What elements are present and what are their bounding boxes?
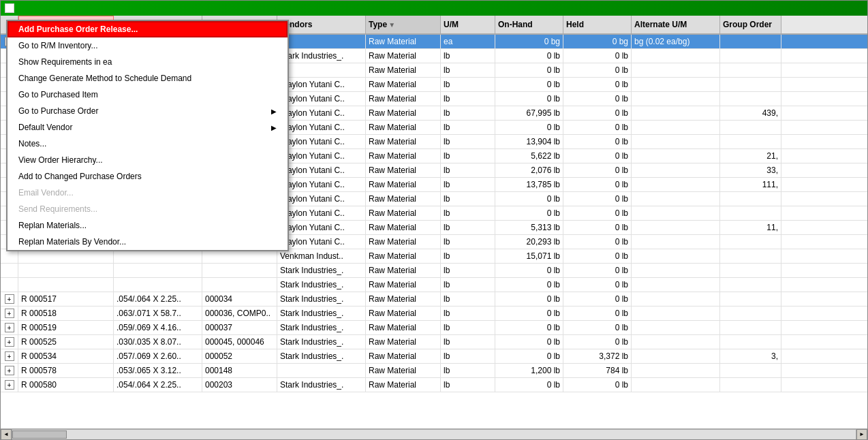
- cell-held: 0 lb: [563, 307, 632, 320]
- cell-vendors: Stark Industries_.: [277, 349, 366, 363]
- menu-item-2[interactable]: Show Requirements in ea: [7, 54, 288, 70]
- col-on-hand: On-Hand: [495, 16, 563, 33]
- menu-item-4[interactable]: Go to Purchased Item: [7, 87, 288, 103]
- menu-item-13[interactable]: Replan Materials By Vendor...: [7, 234, 288, 250]
- scroll-right-btn[interactable]: ►: [856, 429, 867, 440]
- menu-item-9[interactable]: Add to Changed Purchase Orders: [7, 168, 288, 185]
- cell-um: lb: [441, 63, 495, 77]
- col-alt-um: Alternate U/M: [632, 16, 720, 33]
- menu-item-3[interactable]: Change Generate Method to Schedule Deman…: [7, 70, 288, 87]
- menu-item-5[interactable]: Go to Purchase Order▶: [7, 103, 288, 119]
- cell-type: Raw Material: [366, 135, 441, 148]
- cell-expand[interactable]: +: [1, 378, 18, 392]
- expand-button[interactable]: +: [5, 380, 14, 390]
- cell-on_hand: 0 lb: [495, 92, 563, 106]
- h-scrollbar[interactable]: [12, 429, 856, 440]
- cell-expand[interactable]: +: [1, 364, 18, 377]
- cell-on_hand: 0 lb: [495, 307, 563, 320]
- cell-alt_um: [632, 206, 720, 220]
- table-row[interactable]: +R 000517.054/.064 X 2.25..000034Stark I…: [1, 292, 867, 307]
- table-row[interactable]: Stark Industries_.Raw Materiallb0 lb0 lb: [1, 278, 867, 292]
- cell-um: lb: [441, 321, 495, 334]
- cell-on_hand: 1,200 lb: [495, 364, 563, 377]
- cell-expand[interactable]: [1, 278, 18, 292]
- cell-um: lb: [441, 92, 495, 106]
- cell-expand[interactable]: +: [1, 321, 18, 334]
- cell-vendors: Stark Industries_.: [277, 378, 366, 392]
- table-row[interactable]: Stark Industries_.Raw Materiallb0 lb0 lb: [1, 264, 867, 278]
- table-row[interactable]: Venkman Indust..Raw Materiallb15,071 lb0…: [1, 249, 867, 264]
- submenu-arrow-icon: ▶: [271, 124, 277, 131]
- cell-expand[interactable]: +: [1, 335, 18, 349]
- table-row[interactable]: +R 000518.063/.071 X 58.7..000036, COMP0…: [1, 307, 867, 321]
- cell-held: 784 lb: [563, 364, 632, 377]
- cell-um: ea: [441, 35, 495, 48]
- col-held: Held: [563, 16, 632, 33]
- cell-held: 0 lb: [563, 321, 632, 334]
- cell-alt_um: [632, 178, 720, 191]
- cell-group_order: [720, 264, 781, 277]
- cell-vendors: Waylon Yutani C..: [277, 149, 366, 163]
- cell-expand[interactable]: +: [1, 292, 18, 306]
- menu-item-0[interactable]: Add Purchase Order Release...: [7, 21, 288, 37]
- table-row[interactable]: +R 000519.059/.069 X 4.16..000037Stark I…: [1, 321, 867, 335]
- cell-where_used: 000052: [202, 349, 277, 363]
- menu-item-label: Send Requirements...: [18, 204, 97, 214]
- cell-vendors: Stark Industries_.: [277, 49, 366, 63]
- expand-button[interactable]: +: [5, 309, 14, 318]
- scrollbar-area: ◄ ►: [1, 428, 867, 439]
- table-row[interactable]: +R 000580.054/.064 X 2.25..000203Stark I…: [1, 378, 867, 392]
- table-row[interactable]: +R 000525.030/.035 X 8.07..000045, 00004…: [1, 335, 867, 349]
- cell-held: 0 lb: [563, 221, 632, 234]
- cell-vendors: Waylon Yutani C..: [277, 106, 366, 120]
- cell-type: Raw Material: [366, 178, 441, 191]
- cell-held: 0 lb: [563, 121, 632, 134]
- expand-button[interactable]: +: [5, 366, 14, 375]
- expand-button[interactable]: +: [5, 323, 14, 332]
- scroll-left-btn[interactable]: ◄: [1, 429, 12, 440]
- cell-type: Raw Material: [366, 335, 441, 349]
- expand-button[interactable]: +: [5, 294, 14, 304]
- cell-item: R 000578: [18, 364, 114, 377]
- menu-item-8[interactable]: View Order Hierarchy...: [7, 152, 288, 168]
- cell-held: 0 lb: [563, 264, 632, 277]
- cell-type: Raw Material: [366, 349, 441, 363]
- cell-um: lb: [441, 163, 495, 177]
- expand-button[interactable]: +: [5, 337, 14, 347]
- cell-item: R 000534: [18, 349, 114, 363]
- cell-expand[interactable]: +: [1, 307, 18, 320]
- cell-type: Raw Material: [366, 63, 441, 77]
- menu-item-1[interactable]: Go to R/M Inventory...: [7, 37, 288, 54]
- cell-description: .054/.064 X 2.25..: [114, 292, 202, 306]
- cell-on_hand: 0 lb: [495, 78, 563, 91]
- expand-button[interactable]: +: [5, 351, 14, 361]
- cell-alt_um: [632, 121, 720, 134]
- table-row[interactable]: +R 000578.053/.065 X 3.12..000148Raw Mat…: [1, 364, 867, 378]
- cell-alt_um: bg (0.02 ea/bg): [632, 35, 720, 48]
- cell-on_hand: 67,995 lb: [495, 106, 563, 120]
- cell-where_used: 000037: [202, 321, 277, 334]
- menu-item-6[interactable]: Default Vendor▶: [7, 119, 288, 136]
- cell-where_used: 000036, COMP0..: [202, 307, 277, 320]
- cell-alt_um: [632, 163, 720, 177]
- cell-expand[interactable]: [1, 249, 18, 263]
- menu-item-12[interactable]: Replan Materials...: [7, 217, 288, 234]
- menu-item-7[interactable]: Notes...: [7, 136, 288, 152]
- cell-um: lb: [441, 121, 495, 134]
- cell-um: lb: [441, 221, 495, 234]
- cell-type: Raw Material: [366, 364, 441, 377]
- table-row[interactable]: +R 000534.057/.069 X 2.60..000052Stark I…: [1, 349, 867, 364]
- cell-vendors: Waylon Yutani C..: [277, 78, 366, 91]
- cell-vendors: Waylon Yutani C..: [277, 178, 366, 191]
- filter-icon: ▼: [388, 21, 395, 29]
- cell-group_order: 21,: [720, 149, 781, 163]
- cell-vendors: Waylon Yutani C..: [277, 221, 366, 234]
- cell-expand[interactable]: +: [1, 349, 18, 363]
- cell-on_hand: 0 bg: [495, 35, 563, 48]
- menu-item-10: Email Vendor...: [7, 185, 288, 201]
- h-scroll-thumb[interactable]: [12, 430, 67, 439]
- cell-item: [18, 278, 114, 292]
- cell-type: Raw Material: [366, 292, 441, 306]
- cell-expand[interactable]: [1, 264, 18, 277]
- cell-type: Raw Material: [366, 264, 441, 277]
